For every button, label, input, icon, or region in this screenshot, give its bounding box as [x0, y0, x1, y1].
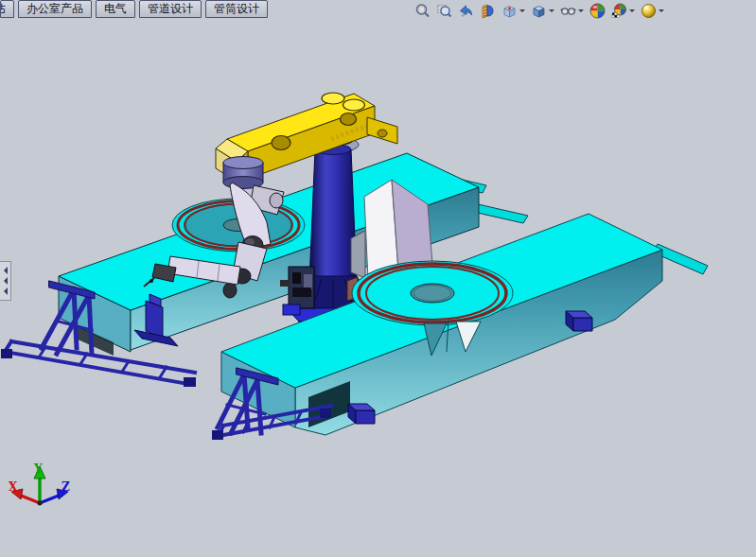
tab-piping-design[interactable]: 管道设计 [139, 0, 202, 18]
view-orientation-button[interactable] [501, 2, 525, 20]
splitter-arrow-icon [0, 267, 8, 274]
hide-show-items-icon [560, 3, 576, 19]
zoom-to-area-icon [436, 3, 452, 19]
apply-scene-button[interactable] [611, 2, 635, 20]
edit-appearance-button[interactable] [589, 2, 606, 20]
section-view-icon [480, 3, 496, 19]
reference-triad: X Y Z [9, 462, 70, 506]
triad-y-label: Y [33, 462, 43, 476]
viewport-3d[interactable]: X Y Z [0, 0, 756, 557]
view-settings-dropdown-arrow[interactable] [659, 9, 664, 15]
display-style-icon [531, 3, 547, 19]
hide-show-items-dropdown-arrow[interactable] [578, 9, 584, 15]
tab-office-products[interactable]: 办公室产品 [18, 0, 92, 18]
triad-x-label: X [9, 480, 18, 494]
graphics-area[interactable]: X Y Z [0, 0, 756, 557]
command-manager-tabs: 估 办公室产品 电气 管道设计 管筒设计 [0, 0, 268, 18]
tab-evaluate-partial[interactable]: 估 [0, 0, 14, 18]
view-orientation-icon [501, 3, 518, 19]
support-block-right[interactable] [566, 311, 592, 331]
splitter-arrow-icon [0, 287, 8, 295]
tab-tubing-design[interactable]: 管筒设计 [205, 0, 268, 18]
apply-scene-icon [611, 3, 627, 19]
hide-show-items-button[interactable] [560, 2, 584, 20]
view-settings-icon [641, 3, 657, 19]
display-style-dropdown-arrow[interactable] [549, 9, 554, 15]
previous-view-button[interactable] [458, 2, 474, 20]
feature-panel-splitter[interactable] [0, 261, 11, 301]
edit-appearance-icon [589, 3, 606, 19]
apply-scene-dropdown-arrow[interactable] [629, 9, 635, 15]
display-style-button[interactable] [531, 2, 554, 20]
triad-z-axis [40, 496, 59, 503]
previous-view-icon [458, 3, 474, 19]
front-beam-slew-ring[interactable] [352, 261, 513, 325]
support-block-left[interactable] [348, 404, 375, 424]
headsup-view-toolbar [414, 1, 664, 20]
view-orientation-dropdown-arrow[interactable] [519, 9, 525, 15]
zoom-to-area-button[interactable] [436, 2, 452, 20]
zoom-to-fit-icon [414, 3, 431, 19]
tab-electrical[interactable]: 电气 [96, 0, 135, 18]
triad-z-label: Z [62, 480, 70, 494]
section-view-button[interactable] [480, 2, 496, 20]
splitter-arrow-icon [0, 277, 8, 285]
zoom-to-fit-button[interactable] [414, 2, 431, 20]
view-settings-button[interactable] [641, 2, 664, 20]
triad-x-axis [21, 496, 40, 503]
